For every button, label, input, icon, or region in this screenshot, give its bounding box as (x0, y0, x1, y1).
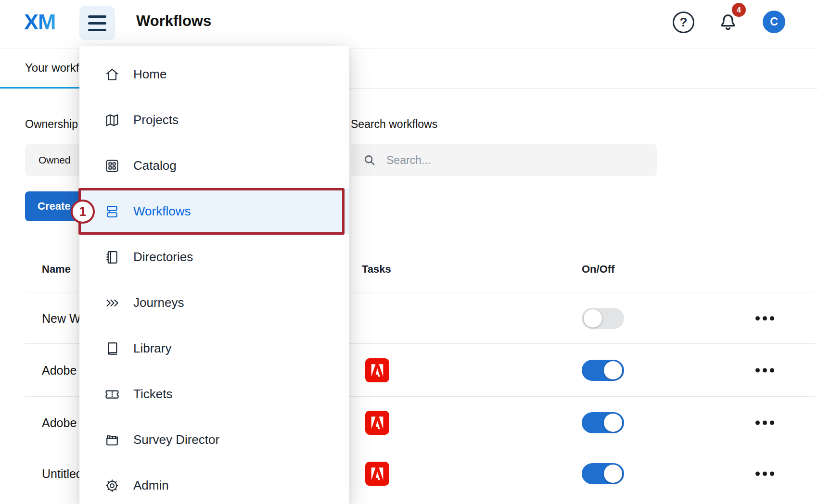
ellipsis-icon (755, 316, 760, 320)
question-mark-icon: ? (680, 15, 688, 30)
menu-item-label: Workflows (133, 204, 191, 219)
menu-item-label: Projects (133, 113, 179, 127)
annotation-step-number: 1 (71, 200, 95, 224)
toggle-knob (604, 465, 622, 483)
menu-item-label: Catalog (133, 158, 177, 173)
toggle-knob (604, 414, 622, 432)
journeys-icon (103, 294, 121, 312)
global-nav-menu: Home Projects Catalog Workflows Director (79, 46, 349, 504)
page-title: Workflows (136, 13, 211, 30)
tickets-icon (103, 386, 121, 403)
menu-item-library[interactable]: Library (79, 326, 349, 371)
projects-icon (103, 112, 121, 129)
library-icon (103, 340, 121, 357)
catalog-icon (103, 157, 121, 175)
global-nav-menu-button[interactable] (79, 6, 115, 40)
ellipsis-icon (755, 420, 760, 425)
workflow-toggle[interactable] (582, 463, 624, 484)
column-header-onoff: On/Off (582, 263, 614, 276)
bell-icon (717, 27, 739, 35)
menu-item-label: Library (133, 341, 171, 356)
menu-item-label: Admin (133, 478, 169, 493)
adobe-task-icon (365, 358, 389, 382)
menu-item-survey-director[interactable]: Survey Director (79, 417, 349, 463)
xm-logo[interactable]: XM (24, 10, 56, 35)
workflow-toggle[interactable] (582, 412, 624, 433)
task-cell (365, 462, 389, 486)
menu-item-directories[interactable]: Directories (79, 234, 349, 280)
menu-item-journeys[interactable]: Journeys (79, 280, 349, 326)
workflows-icon (103, 203, 121, 220)
menu-item-label: Survey Director (133, 432, 219, 447)
toggle-knob (584, 309, 602, 328)
row-actions-button[interactable] (754, 417, 775, 428)
help-button[interactable]: ? (673, 12, 694, 33)
search-icon (362, 153, 377, 167)
menu-item-label: Tickets (133, 387, 172, 402)
survey-director-icon (103, 431, 121, 449)
row-actions-button[interactable] (754, 365, 775, 376)
row-actions-button[interactable] (754, 313, 775, 323)
workflows-page: XM Workflows ? 4 C Your workflows Owners… (0, 0, 818, 504)
notification-count-badge: 4 (732, 3, 746, 17)
menu-item-tickets[interactable]: Tickets (79, 371, 349, 417)
adobe-task-icon (365, 411, 389, 435)
toggle-knob (604, 361, 622, 379)
toggle-on[interactable] (582, 412, 624, 433)
search-box (351, 144, 657, 176)
adobe-task-icon (365, 462, 389, 486)
account-avatar[interactable]: C (763, 11, 785, 33)
directories-icon (103, 249, 121, 266)
search-workflows-label: Search workflows (351, 118, 437, 131)
menu-item-label: Journeys (133, 295, 184, 310)
task-cell (365, 411, 389, 435)
admin-gear-icon (103, 477, 121, 494)
row-actions-button[interactable] (754, 468, 775, 479)
task-cell (365, 358, 389, 382)
ellipsis-icon (755, 471, 760, 476)
menu-item-projects[interactable]: Projects (79, 97, 349, 143)
toggle-on[interactable] (582, 463, 624, 484)
workflow-toggle[interactable] (582, 308, 624, 329)
menu-item-home[interactable]: Home (79, 51, 349, 97)
column-header-name: Name (42, 263, 71, 276)
toggle-on[interactable] (582, 360, 624, 381)
menu-item-label: Directories (133, 250, 193, 265)
menu-item-admin[interactable]: Admin (79, 463, 349, 504)
toggle-off[interactable] (582, 308, 624, 329)
ownership-filter-value: Owned (38, 154, 71, 166)
top-bar: XM Workflows ? 4 C (0, 0, 818, 49)
menu-item-workflows[interactable]: Workflows (79, 189, 349, 234)
menu-item-catalog[interactable]: Catalog (79, 143, 349, 189)
ellipsis-icon (755, 368, 760, 373)
column-header-tasks: Tasks (362, 263, 391, 276)
ownership-filter-label: Ownership (25, 118, 78, 131)
menu-item-label: Home (133, 67, 166, 82)
workflow-toggle[interactable] (582, 360, 624, 381)
search-input[interactable] (385, 153, 645, 167)
home-icon (103, 66, 121, 83)
